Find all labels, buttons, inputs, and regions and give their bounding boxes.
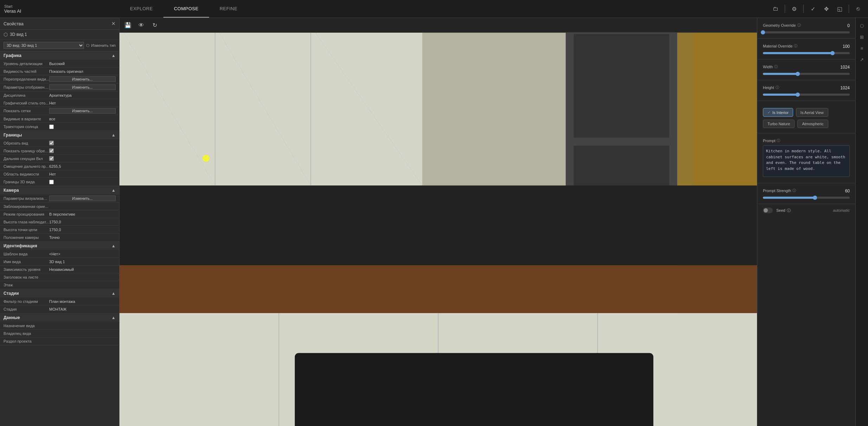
prop-value: 1750,0 — [49, 220, 116, 224]
app-branding: Start Veras AI — [0, 4, 119, 14]
turbo-nature-toggle[interactable]: Turbo Nature — [763, 120, 795, 128]
prop-value: 1750,0 — [49, 228, 116, 232]
height-slider[interactable] — [763, 94, 850, 96]
prop-checkbox[interactable] — [49, 148, 54, 153]
section-data: Данные ▲ Назначение вида Владелец вида Р… — [0, 313, 119, 345]
prop-value: Точно — [49, 235, 116, 240]
prop-label: Дисциплина — [4, 93, 49, 97]
geometry-override-label: Geometry Override ⓘ — [763, 23, 801, 28]
prop-btn[interactable]: Изменить... — [49, 196, 116, 201]
move-icon[interactable]: ✥ — [822, 5, 830, 13]
prop-row: Область видимости Нет — [0, 170, 119, 178]
prop-label: Параметры отображени... — [4, 85, 49, 89]
prop-checkbox[interactable] — [49, 125, 54, 129]
prop-row: Положение камеры Точно — [0, 234, 119, 241]
material-override-slider[interactable] — [763, 52, 850, 54]
change-type-button[interactable]: ⬡ Изменить тип — [86, 43, 116, 48]
save-view-icon[interactable]: 💾 — [123, 20, 133, 30]
atmospheric-toggle[interactable]: Atmospheric — [797, 120, 828, 128]
seed-toggle[interactable] — [763, 208, 773, 213]
info-icon[interactable]: ⓘ — [792, 188, 796, 193]
tab-explore[interactable]: EXPLORE — [119, 0, 163, 18]
prop-value: Нет — [49, 172, 116, 176]
prop-row: Границы 3D вида — [0, 178, 119, 186]
prop-label: Раздел проекта — [4, 339, 49, 343]
width-label: Width ⓘ — [763, 64, 778, 69]
prop-label: Дальняя секущая Вкл — [4, 157, 49, 161]
info-icon[interactable]: ⓘ — [774, 64, 778, 69]
view-selector-dropdown[interactable]: 3D вид: 3D вид 1 — [4, 42, 84, 49]
prop-value: Независимый — [49, 267, 116, 272]
edge-icon-4[interactable]: ↗ — [857, 55, 867, 64]
is-interior-toggle[interactable]: ✓ Is Interior — [763, 108, 793, 117]
prop-label: Этаж — [4, 283, 49, 287]
info-icon[interactable]: ⓘ — [776, 85, 779, 90]
width-thumb — [796, 72, 800, 76]
eye-icon[interactable]: 👁 — [136, 20, 146, 30]
section-identification-title: Идентификация — [4, 243, 37, 248]
main-content: Свойства ✕ ⬡ 3D вид 1 3D вид: 3D вид 1 ⬡… — [0, 18, 868, 426]
prop-btn[interactable]: Изменить... — [49, 76, 116, 82]
gear-icon[interactable]: ⚙ — [790, 5, 798, 13]
prop-label: Графический стиль ото... — [4, 101, 49, 105]
change-type-label: Изменить тип — [91, 43, 116, 47]
svg-rect-22 — [295, 353, 653, 426]
close-icon[interactable]: ✕ — [111, 21, 116, 26]
prop-checkbox[interactable] — [49, 141, 54, 145]
edge-icon-1[interactable]: ⬡ — [857, 21, 867, 31]
prop-row: Зависимость уровня Независимый — [0, 266, 119, 273]
view-3d-icon: ⬡ — [4, 32, 8, 37]
info-icon[interactable]: ⓘ — [794, 44, 797, 49]
refresh-icon[interactable]: ↻ — [150, 20, 160, 30]
section-graphics-header[interactable]: Графика ▲ — [0, 51, 119, 60]
prop-btn[interactable]: Изменить... — [49, 108, 116, 114]
folder-icon[interactable]: 🗀 — [771, 5, 780, 13]
section-boundaries-header[interactable]: Границы ▲ — [0, 131, 119, 139]
tab-refine[interactable]: REFINE — [209, 0, 248, 18]
section-stages-header[interactable]: Стадии ▲ — [0, 289, 119, 298]
prop-label: Высота глаза наблюдат... — [4, 220, 49, 224]
viewport[interactable] — [119, 33, 757, 426]
edge-icon-2[interactable]: ⊞ — [857, 32, 867, 42]
prompt-label: Prompt ⓘ — [763, 138, 850, 143]
prop-value: В перспективе — [49, 212, 116, 216]
shape-icon[interactable]: ◱ — [835, 5, 844, 13]
prop-row: Этаж — [0, 281, 119, 289]
section-stages: Стадии ▲ Фильтр по стадиям План монтажа … — [0, 289, 119, 313]
prop-btn[interactable]: Изменить... — [49, 84, 116, 90]
start-label: Start — [4, 4, 115, 8]
section-camera-header[interactable]: Камера ▲ — [0, 186, 119, 195]
prop-value: <Нет> — [49, 252, 116, 256]
exit-icon[interactable]: ⎋ — [854, 5, 862, 13]
prop-label: Область видимости — [4, 172, 49, 176]
width-slider[interactable] — [763, 73, 850, 75]
view-tab-label: 3D вид 1 — [10, 32, 27, 37]
tab-compose[interactable]: COMPOSE — [163, 0, 209, 18]
section-identification: Идентификация ▲ Шаблон вида <Нет> Имя ви… — [0, 242, 119, 289]
section-identification-collapse-icon: ▲ — [111, 243, 116, 248]
geometry-override-slider[interactable] — [763, 31, 850, 33]
prop-checkbox[interactable] — [49, 180, 54, 184]
svg-rect-14 — [574, 34, 669, 138]
info-icon[interactable]: ⓘ — [797, 23, 801, 28]
edge-icon-3[interactable]: ≡ — [857, 43, 867, 53]
check-icon[interactable]: ✓ — [809, 5, 817, 13]
section-data-title: Данные — [4, 315, 20, 320]
prop-row: Показать сетки Изменить... — [0, 107, 119, 115]
divider3 — [849, 5, 849, 13]
info-icon[interactable]: ⓘ — [777, 138, 780, 143]
is-aerial-view-toggle[interactable]: Is Aerial View — [796, 108, 828, 117]
section-identification-header[interactable]: Идентификация ▲ — [0, 242, 119, 250]
change-type-icon: ⬡ — [86, 43, 90, 48]
prompt-textarea[interactable] — [763, 145, 850, 177]
info-icon[interactable]: ⓘ — [787, 208, 791, 213]
prop-row: Владелец вида — [0, 330, 119, 337]
prop-row: Стадия МОНТАЖ — [0, 305, 119, 313]
prop-row: Раздел проекта — [0, 337, 119, 345]
prop-checkbox[interactable] — [49, 156, 54, 161]
prompt-strength-slider[interactable] — [763, 197, 850, 199]
svg-rect-16 — [119, 185, 757, 265]
prop-label: Зависимость уровня — [4, 267, 49, 272]
prop-value: План монтажа — [49, 299, 116, 304]
section-data-header[interactable]: Данные ▲ — [0, 313, 119, 322]
